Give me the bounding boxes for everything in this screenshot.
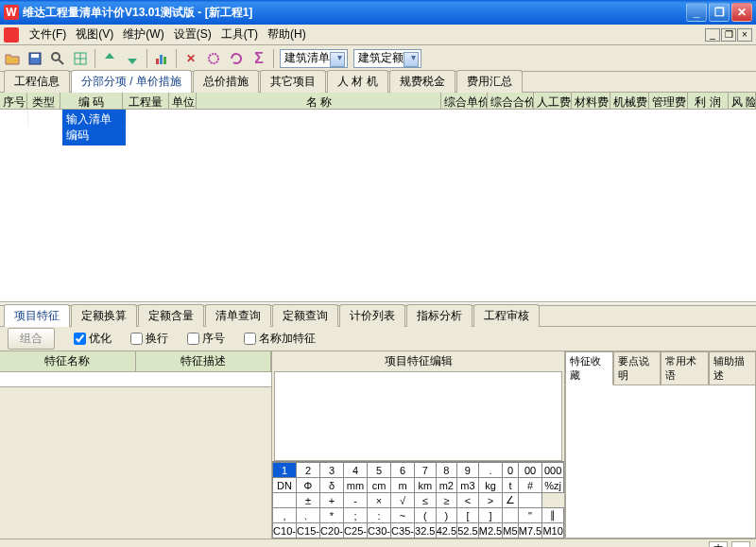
menu-tools[interactable]: 工具(T) (216, 25, 263, 44)
kb-key[interactable]: > (478, 493, 503, 508)
kb-key[interactable]: cm (368, 478, 391, 493)
search-icon[interactable] (49, 50, 66, 67)
kb-key[interactable]: C15- (297, 523, 320, 538)
kb-key[interactable]: m (391, 478, 415, 493)
kb-key[interactable]: M2.5 (478, 523, 503, 538)
grid-icon[interactable] (72, 50, 89, 67)
right-tab-3[interactable]: 辅助描述 (709, 351, 757, 385)
sub-tab-0[interactable]: 项目特征 (4, 304, 70, 327)
kb-key[interactable]: [ (457, 508, 479, 523)
kb-key[interactable]: ; (344, 508, 368, 523)
kb-key[interactable]: M5 (503, 523, 518, 538)
menu-settings[interactable]: 设置(S) (169, 25, 216, 44)
kb-key[interactable]: " (518, 508, 542, 523)
main-tab-0[interactable]: 工程信息 (4, 70, 70, 93)
menu-view[interactable]: 视图(V) (71, 25, 118, 44)
grid-header-7[interactable]: 综合合价 (488, 93, 534, 109)
kb-key[interactable]: kg (478, 478, 503, 493)
kb-key[interactable]: 6 (391, 463, 415, 478)
kb-key[interactable]: ) (436, 508, 457, 523)
kb-key[interactable]: 00 (518, 463, 542, 478)
combine-button[interactable]: 组合 (8, 328, 55, 350)
grid-header-8[interactable]: 人工费 (534, 93, 573, 109)
kb-key[interactable]: ≤ (415, 493, 437, 508)
kb-key[interactable]: %zj (542, 478, 564, 493)
grid-header-6[interactable]: 综合单价 (441, 93, 488, 109)
mdi-minimize[interactable]: _ (705, 28, 720, 42)
sub-tab-5[interactable]: 计价列表 (339, 304, 405, 327)
kb-key[interactable]: C10- (273, 523, 297, 538)
kb-key[interactable]: 32.5 (415, 523, 437, 538)
kb-key[interactable]: . (478, 463, 503, 478)
minimize-button[interactable]: _ (686, 3, 707, 22)
grid-header-3[interactable]: 工程量 (123, 93, 169, 109)
mdi-close[interactable]: × (737, 28, 752, 42)
main-tab-2[interactable]: 总价措施 (193, 70, 259, 93)
name-feature-checkbox[interactable]: 名称加特征 (244, 331, 316, 347)
kb-key[interactable]: C30- (368, 523, 391, 538)
mdi-restore[interactable]: ❐ (721, 28, 736, 42)
right-panel-body[interactable] (565, 385, 756, 538)
kb-key[interactable]: × (368, 493, 391, 508)
sub-tab-3[interactable]: 清单查询 (205, 304, 271, 327)
kb-key[interactable]: 、 (297, 508, 320, 523)
chart-icon[interactable] (153, 50, 170, 67)
wrap-checkbox[interactable]: 换行 (130, 331, 168, 347)
refresh-icon[interactable] (228, 50, 245, 67)
kb-key[interactable]: ~ (391, 508, 415, 523)
main-grid[interactable]: 输入清单编码 (0, 110, 756, 302)
close-button[interactable]: ✕ (731, 3, 752, 22)
arrow-down-icon[interactable] (124, 50, 141, 67)
kb-key[interactable]: ≥ (436, 493, 457, 508)
grid-header-0[interactable]: 序号 (0, 93, 27, 109)
grid-header-4[interactable]: 单位 (169, 93, 197, 109)
main-tab-3[interactable]: 其它项目 (260, 70, 326, 93)
kb-key[interactable]: Φ (297, 478, 320, 493)
menu-maintain[interactable]: 维护(W) (118, 25, 168, 44)
right-tab-0[interactable]: 特征收藏 (565, 351, 613, 385)
grid-header-9[interactable]: 材料费 (572, 93, 610, 109)
kb-key[interactable]: + (320, 493, 344, 508)
kb-key[interactable] (503, 508, 518, 523)
kb-key[interactable]: t (503, 478, 518, 493)
main-tab-1[interactable]: 分部分项 / 单价措施 (71, 70, 192, 93)
kb-key[interactable]: C35- (391, 523, 415, 538)
sum-icon[interactable]: Σ (250, 50, 267, 67)
kb-key[interactable]: 5 (368, 463, 391, 478)
kb-key[interactable]: , (273, 508, 297, 523)
maximize-button[interactable]: ❐ (709, 3, 730, 22)
grid-header-13[interactable]: 风 险 (729, 93, 756, 109)
kb-key[interactable]: ± (297, 493, 320, 508)
kb-key[interactable]: m3 (457, 478, 479, 493)
kb-key[interactable]: 52.5 (457, 523, 479, 538)
kb-key[interactable]: M7.5 (518, 523, 542, 538)
main-tab-5[interactable]: 规费税金 (389, 70, 455, 93)
code-input-cell[interactable]: 输入清单编码 (62, 110, 126, 145)
kb-key[interactable]: DN (273, 478, 297, 493)
kb-key[interactable]: 42.5 (436, 523, 457, 538)
kb-key[interactable]: C20- (320, 523, 344, 538)
quota-type-combo[interactable]: 建筑定额 (353, 49, 421, 68)
feature-edit-area[interactable] (274, 371, 562, 461)
grid-header-12[interactable]: 利 润 (688, 93, 729, 109)
grid-header-2[interactable]: 编 码 (60, 93, 123, 109)
kb-key[interactable]: 2 (297, 463, 320, 478)
sub-tab-7[interactable]: 工程审核 (473, 304, 540, 327)
kb-key[interactable]: 0 (503, 463, 518, 478)
save-icon[interactable] (26, 50, 43, 67)
list-type-combo[interactable]: 建筑清单 (280, 49, 348, 68)
kb-key[interactable]: δ (320, 478, 344, 493)
seqno-checkbox[interactable]: 序号 (187, 331, 225, 347)
kb-key[interactable]: mm (344, 478, 368, 493)
sub-tab-2[interactable]: 定额含量 (138, 304, 204, 327)
kb-key[interactable]: C25- (344, 523, 368, 538)
kb-key[interactable]: ∠ (503, 493, 518, 508)
mode-button[interactable]: 一 (731, 541, 750, 548)
symbol-keyboard[interactable]: 123456789.000000DNΦδmmcmmkmm2m3kgt#%zj±+… (272, 461, 564, 538)
grid-header-10[interactable]: 机械费 (610, 93, 649, 109)
arrow-up-icon[interactable] (101, 50, 118, 67)
kb-key[interactable] (273, 493, 297, 508)
menu-help[interactable]: 帮助(H) (263, 25, 311, 44)
menu-file[interactable]: 文件(F) (25, 25, 71, 44)
kb-key[interactable]: : (368, 508, 391, 523)
